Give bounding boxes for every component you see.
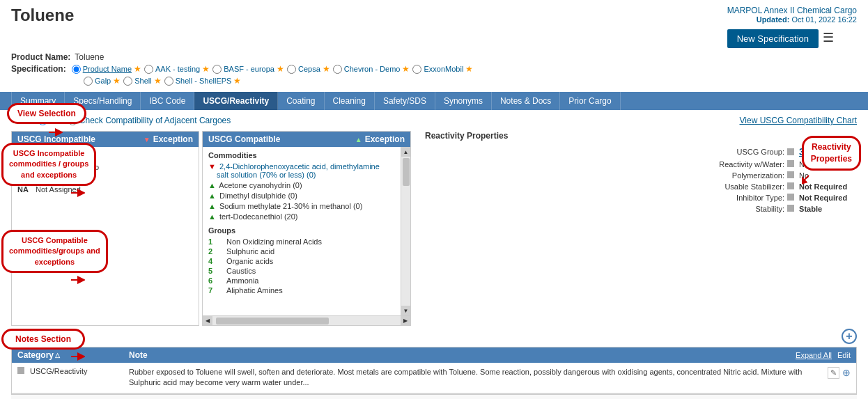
spec-galp[interactable]: Galp ★: [84, 76, 121, 86]
tab-synonyms[interactable]: Synonyms: [435, 92, 492, 110]
tab-coating[interactable]: Coating: [278, 92, 324, 110]
updated-info: Updated: Oct 01, 2022 16:22: [727, 15, 857, 24]
sort-exception-icon[interactable]: ▼: [144, 136, 150, 143]
compatible-group-7: 7 Aliphatic Amines: [208, 286, 395, 295]
compatible-commodity-2: ▲ Dimethyl disulphide (0): [208, 191, 395, 200]
add-button[interactable]: +: [842, 329, 857, 344]
view-uscg-chart-link[interactable]: View USCG Compatibility Chart: [740, 116, 858, 125]
tab-ibc-code[interactable]: IBC Code: [141, 92, 194, 110]
edit-button[interactable]: Edit: [837, 351, 851, 359]
page-title: Toluene: [11, 6, 74, 25]
compatible-group-5: 5 Caustics: [208, 267, 395, 275]
compatible-hscrollbar[interactable]: ◀ ▶: [203, 315, 410, 325]
hscroll-left-arrow[interactable]: ◀: [203, 316, 212, 326]
tab-safety-sds[interactable]: Safety/SDS: [375, 92, 435, 110]
tab-cleaning[interactable]: Cleaning: [325, 92, 375, 110]
uscg-group-label: USCG Group:: [701, 148, 784, 156]
annotation-reactivity-properties: ReactivityProperties: [802, 136, 861, 171]
compatible-groups: Groups 1 Non Oxidizing mineral Acids 2 S…: [208, 226, 395, 295]
notes-note-header: Note: [129, 350, 796, 360]
usable-stabilizer-label: Usable Stabilizer:: [701, 182, 784, 191]
incompatible-exception-label: Exception: [153, 134, 193, 144]
annotation-notes-arrow: [1, 350, 85, 363]
compatible-group-2: 2 Sulphuric acid: [208, 247, 395, 256]
annotation-view-selection-arrow: [7, 125, 63, 139]
compatible-groups-label: Groups: [208, 226, 395, 235]
compatible-group-6: 6 Ammonia: [208, 276, 395, 285]
inhibitor-type-label: Inhibitor Type:: [701, 194, 784, 202]
compatible-title: USCG Compatible: [208, 134, 280, 144]
hscroll-track[interactable]: [212, 316, 401, 326]
menu-icon[interactable]: ☰: [823, 30, 834, 45]
spec-shell[interactable]: Shell ★: [123, 76, 161, 86]
spec-chevron[interactable]: Chevron - Demo ★: [333, 64, 410, 74]
stability-label: Stability:: [701, 205, 784, 213]
spec-shell-eps[interactable]: Shell - ShellEPS ★: [164, 76, 242, 86]
annotation-notes-section: Notes Section: [1, 329, 85, 350]
scroll-up-arrow[interactable]: ▲: [401, 147, 411, 157]
scroll-down-arrow[interactable]: ▼: [401, 306, 411, 315]
spec-exxon[interactable]: ExxonMobil ★: [412, 64, 473, 74]
scroll-thumb[interactable]: [403, 158, 410, 186]
reactivity-column: Reactivity Properties USCG Group: 32 Rea…: [414, 131, 857, 326]
compatible-column: USCG Compatible ▲ Exception Commodities …: [202, 131, 411, 326]
marpol-label: MARPOL Annex II Chemical Cargo: [727, 6, 857, 15]
annotation-view-selection: View Selection: [7, 103, 86, 124]
svg-line-4: [802, 175, 809, 182]
hscroll-thumb[interactable]: [216, 318, 329, 324]
new-specification-button[interactable]: New Specification: [727, 29, 819, 48]
product-name-label: Product Name:: [11, 52, 70, 62]
view-check-compat-label: Check Compatibility of Adjacent Cargoes: [79, 116, 231, 125]
expand-all-button[interactable]: Expand All: [796, 351, 832, 359]
annotation-uscg-incompatible: USCG Incompatiblecommodities / groupsand…: [1, 143, 96, 186]
updated-value: Oct 01, 2022 16:22: [791, 15, 857, 24]
notes-section: Category △ Note Expand All Edit USCG/Rea…: [11, 347, 857, 394]
updated-label: Updated:: [757, 15, 790, 24]
annotation-compatible-arrow: [1, 273, 85, 287]
tab-uscg-reactivity[interactable]: USCG/Reactivity: [194, 92, 278, 110]
annotation-reactivity-arrow: [802, 172, 844, 186]
scroll-track[interactable]: [401, 157, 411, 306]
sort-compatible-exception-icon[interactable]: ▲: [355, 136, 362, 143]
stability-value: Stable: [787, 205, 857, 213]
tab-prior-cargo[interactable]: Prior Cargo: [560, 92, 620, 110]
navigation-tabs: Summary Specs/Handling IBC Code USCG/Rea…: [0, 92, 868, 110]
annotation-incompatible-arrow: [1, 186, 85, 200]
notes-row-0: USCG/Reactivity Rubber exposed to Toluen…: [12, 363, 856, 393]
row-edit-icon[interactable]: ✎: [828, 367, 839, 379]
hscroll-right-arrow[interactable]: ▶: [401, 316, 410, 326]
compatible-commodities-label: Commodities: [208, 151, 395, 159]
spec-basf[interactable]: BASF - europa ★: [212, 64, 284, 74]
compatible-group-1: 1 Non Oxidizing mineral Acids: [208, 237, 395, 246]
tab-notes-docs[interactable]: Notes & Docs: [492, 92, 560, 110]
row-expand-icon[interactable]: ⊕: [842, 367, 851, 378]
spec-cepsa[interactable]: Cepsa ★: [287, 64, 330, 74]
reactivity-water-label: Reactivity w/Water:: [701, 160, 784, 169]
reactivity-title: Reactivity Properties: [425, 131, 857, 141]
compatible-scrollbar[interactable]: ▲ ▼: [401, 147, 410, 315]
spec-aak[interactable]: AAK - testing ★: [144, 64, 210, 74]
annotation-uscg-compatible: USCG Compatiblecommodities/groups andexc…: [1, 230, 108, 273]
compatible-group-4: 4 Organic acids: [208, 257, 395, 265]
compatible-commodity-4: ▲ tert-Dodecanethiol (20): [208, 212, 395, 221]
specification-label: Specification:: [11, 64, 66, 74]
notes-note-value: Rubber exposed to Toluene will swell, so…: [129, 367, 822, 389]
compatible-commodity-3: ▲ Sodium methylate 21-30% in methanol (0…: [208, 202, 395, 210]
compatible-commodity-0: ▼ 2,4-Dichlorophenoxyacetic acid, dimeth…: [208, 162, 395, 179]
view-check-compat-option[interactable]: Check Compatibility of Adjacent Cargoes: [68, 116, 231, 125]
product-name-value: Toluene: [75, 52, 104, 62]
legend-row: Product Name Data Trade Name/Specificati…: [11, 394, 857, 399]
inhibitor-type-value: Not Required: [787, 194, 857, 202]
polymerization-label: Polymerization:: [701, 171, 784, 180]
spec-product-name[interactable]: Product Name ★: [72, 64, 141, 74]
compatible-exception-label: Exception: [365, 134, 405, 144]
notes-category-value: USCG/Reactivity: [30, 367, 88, 375]
compatible-commodity-1: ▲ Acetone cyanohydrin (0): [208, 181, 395, 189]
